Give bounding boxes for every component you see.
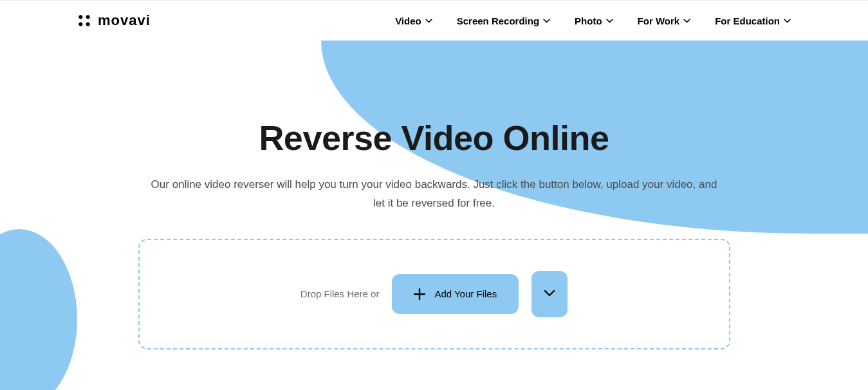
nav-label: Screen Recording xyxy=(457,15,539,26)
drop-label: Drop Files Here or xyxy=(300,288,380,299)
chevron-down-icon xyxy=(784,19,791,23)
chevron-down-icon xyxy=(683,19,690,23)
logo-text: movavi xyxy=(98,12,151,29)
chevron-down-icon xyxy=(606,19,613,23)
page-title: Reverse Video Online xyxy=(0,118,868,158)
nav-label: Video xyxy=(395,15,421,26)
chevron-down-icon xyxy=(543,19,550,23)
add-files-label: Add Your Files xyxy=(434,288,497,299)
page-subtitle: Our online video reverser will help you … xyxy=(145,176,724,213)
plus-icon xyxy=(414,288,425,300)
logo[interactable]: movavi xyxy=(77,12,151,29)
nav-item-for-work[interactable]: For Work xyxy=(638,15,691,26)
header: movavi Video Screen Recording Photo For … xyxy=(0,1,868,41)
nav-label: For Education xyxy=(715,15,780,26)
main-nav: Video Screen Recording Photo For Work Fo… xyxy=(395,15,791,26)
logo-icon xyxy=(74,10,94,30)
file-dropzone[interactable]: Drop Files Here or Add Your Files xyxy=(138,239,730,349)
nav-item-screen-recording[interactable]: Screen Recording xyxy=(457,15,550,26)
nav-label: For Work xyxy=(638,15,680,26)
add-files-dropdown-button[interactable] xyxy=(531,271,568,317)
add-files-button[interactable]: Add Your Files xyxy=(392,274,519,314)
nav-item-photo[interactable]: Photo xyxy=(575,15,613,26)
nav-item-video[interactable]: Video xyxy=(395,15,432,26)
main-content: Reverse Video Online Our online video re… xyxy=(0,41,868,349)
nav-label: Photo xyxy=(575,15,602,26)
chevron-down-icon xyxy=(544,289,555,299)
nav-item-for-education[interactable]: For Education xyxy=(715,15,791,26)
chevron-down-icon xyxy=(425,19,432,23)
